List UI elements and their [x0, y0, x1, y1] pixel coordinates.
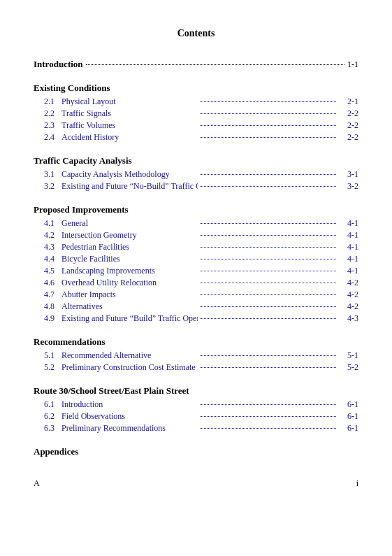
entry-label: Recommended Alternative	[61, 350, 198, 361]
toc-entry: 3.2Existing and Future “No-Build” Traffi…	[34, 181, 358, 192]
entry-num: 4.8	[34, 301, 61, 312]
entry-label: Traffic Signals	[61, 108, 198, 119]
entry-dots	[201, 113, 337, 114]
entry-num: 4.9	[34, 313, 61, 324]
entry-page: 2-1	[339, 97, 358, 107]
page-title: Contents	[34, 28, 358, 39]
section-heading: Appendices	[34, 446, 358, 457]
entry-page: 4-1	[339, 242, 358, 252]
entry-label: Overhead Utility Relocation	[61, 278, 198, 288]
entry-dots	[201, 125, 337, 126]
entry-page: 5-1	[339, 350, 358, 361]
entry-label: Alternatives	[61, 301, 198, 312]
entry-dots	[201, 271, 337, 271]
toc-entry: 4.7Abutter Impacts4-2	[34, 290, 358, 300]
entry-page: 3-2	[339, 181, 358, 192]
intro-dots	[86, 64, 344, 65]
toc-entry: 4.4Bicycle Facilities4-1	[34, 254, 358, 264]
entry-page: 6-1	[339, 411, 358, 422]
entry-page: 4-1	[339, 254, 358, 264]
entry-page: 4-1	[339, 218, 358, 229]
section-block: Appendices	[34, 446, 358, 457]
toc-entry: 4.9Existing and Future “Build” Traffic O…	[34, 313, 358, 324]
entry-num: 4.4	[34, 254, 61, 264]
entry-dots	[201, 186, 337, 187]
entry-label: Existing and Future “No-Build” Traffic O…	[61, 181, 198, 192]
toc-entry: 5.2Preliminary Construction Cost Estimat…	[34, 362, 358, 373]
entry-page: 4-2	[339, 278, 358, 288]
toc-entry: 6.2Field Observations6-1	[34, 411, 358, 422]
entry-num: 4.6	[34, 278, 61, 288]
section-heading: Proposed Improvements	[34, 204, 358, 215]
entry-num: 4.2	[34, 230, 61, 241]
entry-page: 4-2	[339, 301, 358, 312]
entry-dots	[201, 223, 337, 224]
entry-num: 2.2	[34, 108, 61, 119]
entry-page: 4-1	[339, 266, 358, 276]
entry-page: 2-2	[339, 108, 358, 119]
entry-label: Traffic Volumes	[61, 120, 198, 131]
toc-entry: 5.1Recommended Alternative5-1	[34, 350, 358, 361]
toc-entry: 2.2Traffic Signals2-2	[34, 108, 358, 119]
entry-dots	[201, 259, 337, 259]
entry-num: 5.2	[34, 362, 61, 373]
entry-dots	[201, 416, 337, 417]
entry-dots	[201, 174, 337, 175]
entry-num: 4.5	[34, 266, 61, 276]
entry-label: Intersection Geometry	[61, 230, 198, 241]
entry-label: General	[61, 218, 198, 229]
entry-num: 4.3	[34, 242, 61, 252]
section-heading: Traffic Capacity Analysis	[34, 155, 358, 166]
toc-entry: 2.4Accident History2-2	[34, 132, 358, 143]
toc-entry: 2.3Traffic Volumes2-2	[34, 120, 358, 131]
toc-entry: 4.6Overhead Utility Relocation4-2	[34, 278, 358, 288]
intro-label: Introduction	[34, 59, 83, 70]
section-heading: Existing Conditions	[34, 83, 358, 94]
entry-dots	[201, 404, 337, 405]
entry-dots	[201, 235, 337, 236]
toc-entry: 6.1Introduction6-1	[34, 399, 358, 410]
footer: A i	[34, 478, 358, 489]
intro-entry: Introduction 1-1	[34, 59, 358, 70]
entry-num: 3.2	[34, 181, 61, 192]
entry-num: 6.3	[34, 423, 61, 434]
section-block: Proposed Improvements4.1General4-14.2Int…	[34, 204, 358, 324]
entry-dots	[201, 306, 337, 307]
entry-page: 4-1	[339, 230, 358, 241]
entry-num: 2.4	[34, 132, 61, 143]
section-block: Traffic Capacity Analysis3.1Capacity Ana…	[34, 155, 358, 192]
entry-page: 2-2	[339, 120, 358, 131]
section-heading: Recommendations	[34, 336, 358, 348]
toc-entry: 4.1General4-1	[34, 218, 358, 229]
entry-page: 6-1	[339, 399, 358, 410]
footer-right: i	[356, 478, 358, 489]
entry-label: Existing and Future “Build” Traffic Oper…	[61, 313, 198, 324]
entry-dots	[201, 247, 337, 248]
entry-num: 4.7	[34, 290, 61, 300]
entry-dots	[201, 101, 337, 102]
section-block: Recommendations5.1Recommended Alternativ…	[34, 336, 358, 373]
toc-sections: Existing Conditions2.1Physical Layout2-1…	[34, 83, 358, 457]
page: Contents Introduction 1-1 Existing Condi…	[0, 0, 392, 556]
entry-page: 3-1	[339, 169, 358, 180]
toc-entry: 4.2Intersection Geometry4-1	[34, 230, 358, 241]
entry-num: 5.1	[34, 350, 61, 361]
entry-label: Introduction	[61, 399, 198, 410]
section-block: Route 30/School Street/East Plain Street…	[34, 385, 358, 434]
entry-dots	[201, 355, 337, 356]
entry-num: 2.3	[34, 120, 61, 131]
toc-entry: 3.1Capacity Analysis Methodology3-1	[34, 169, 358, 180]
entry-label: Physical Layout	[61, 97, 198, 107]
entry-page: 5-2	[339, 362, 358, 373]
entry-num: 6.2	[34, 411, 61, 422]
entry-dots	[201, 294, 337, 295]
entry-label: Preliminary Recommendations	[61, 423, 198, 434]
entry-page: 4-2	[339, 290, 358, 300]
entry-label: Landscaping Improvements	[61, 266, 198, 276]
entry-num: 3.1	[34, 169, 61, 180]
intro-page: 1-1	[347, 59, 358, 70]
entry-num: 4.1	[34, 218, 61, 229]
toc-entry: 2.1Physical Layout2-1	[34, 97, 358, 107]
entry-num: 2.1	[34, 97, 61, 107]
entry-page: 4-3	[339, 313, 358, 324]
